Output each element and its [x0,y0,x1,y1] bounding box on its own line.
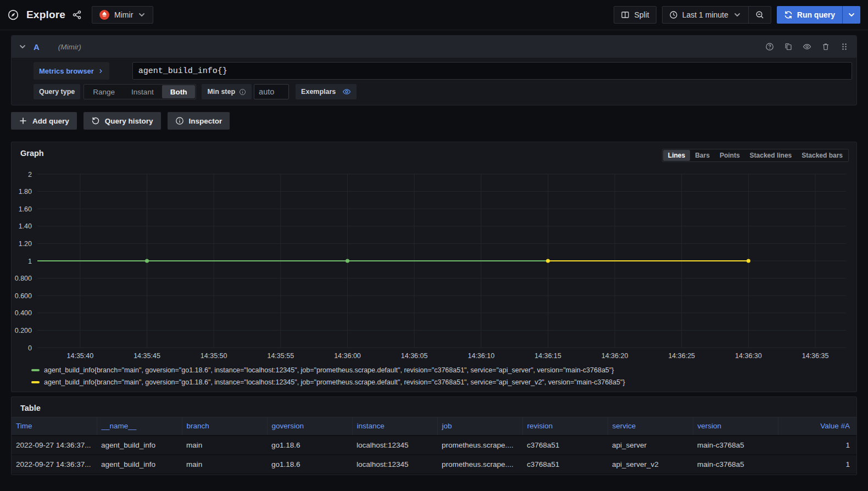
explore-compass-icon[interactable] [8,9,19,20]
table-panel: Table Time__name__branchgoversioninstanc… [11,397,857,475]
exemplars-eye-icon[interactable] [342,87,351,96]
x-axis-tick-label: 14:36:25 [668,352,695,360]
table-cell-branch: main [182,436,267,455]
column-header-revision[interactable]: revision [522,417,608,436]
series-point [747,259,750,263]
zoom-out-button[interactable] [749,7,771,23]
column-header-value-a[interactable]: Value #A [778,417,856,436]
table-cell--name-: agent_build_info [97,436,182,455]
explore-actions: Add query Query history Inspector [11,112,857,130]
datasource-picker[interactable]: Mimir [92,6,153,24]
time-picker-group: Last 1 minute [662,6,771,24]
query-history-button[interactable]: Query history [84,112,161,130]
query-expression-input[interactable] [132,62,852,80]
column-header-version[interactable]: version [693,417,778,436]
column-header-job[interactable]: job [437,417,522,436]
graph-panel: Graph LinesBarsPointsStacked linesStacke… [11,142,857,392]
query-row-header: A (Mimir) [12,36,856,58]
y-axis-tick-label: 1.20 [19,240,32,248]
zoom-out-icon [755,10,764,19]
y-axis-tick-label: 0.600 [15,292,32,300]
query-ref-id: A [34,42,40,52]
info-circle-icon [175,116,184,125]
column-header-goversion[interactable]: goversion [267,417,352,436]
query-type-label: Query type [34,84,80,99]
table-cell-instance: localhost:12345 [352,455,437,474]
legend-label: agent_build_info{branch="main", goversio… [44,366,614,374]
table-body: 2022-09-27 14:36:37...agent_build_infoma… [12,436,856,474]
graph-style-option-stacked-bars[interactable]: Stacked bars [797,150,848,161]
legend-label: agent_build_info{branch="main", goversio… [44,378,625,386]
min-step-label: Min step [207,88,235,96]
query-datasource-hint: (Mimir) [58,43,81,51]
legend-item-1[interactable]: agent_build_info{branch="main", goversio… [31,364,856,376]
min-step-group: Min step [202,84,252,99]
query-editor-panel: A (Mimir) Metrics browser [11,35,857,105]
eye-icon[interactable] [803,42,811,51]
table-cell-job: prometheus.scrape.... [437,455,522,474]
share-icon[interactable] [72,10,82,20]
graph-canvas[interactable]: 21.801.601.401.2010.8000.6000.4000.20001… [12,162,856,361]
run-query-caret-button[interactable] [842,6,860,24]
series-point [145,259,149,263]
x-axis-tick-label: 14:35:40 [67,352,94,360]
chevron-down-icon [137,10,146,19]
column-header--name-[interactable]: __name__ [97,417,182,436]
graph-style-option-points[interactable]: Points [715,150,745,161]
x-axis-tick-label: 14:36:35 [802,352,829,360]
y-axis-tick-label: 1.80 [19,188,32,196]
split-icon [621,10,630,19]
min-step-input[interactable] [254,84,289,99]
legend-item-2[interactable]: agent_build_info{branch="main", goversio… [31,376,856,388]
query-type-option-range[interactable]: Range [85,85,123,98]
table-cell-goversion: go1.18.6 [267,455,352,474]
time-range-button[interactable]: Last 1 minute [663,7,748,23]
column-header-branch[interactable]: branch [182,417,267,436]
run-query-split-button: Run query [777,6,860,24]
query-type-option-instant[interactable]: Instant [123,85,162,98]
x-axis-tick-label: 14:36:30 [735,352,762,360]
exemplars-group: Exemplars [296,84,357,99]
table-cell-revision: c3768a51 [522,436,608,455]
history-icon [91,116,100,125]
collapse-chevron-icon[interactable] [18,42,27,51]
split-button[interactable]: Split [614,6,656,24]
table-cell-instance: localhost:12345 [352,436,437,455]
graph-style-option-stacked-lines[interactable]: Stacked lines [745,150,797,161]
clock-icon [669,10,678,19]
column-header-time[interactable]: Time [12,417,97,436]
column-header-service[interactable]: service [608,417,693,436]
help-circle-icon[interactable] [765,42,774,51]
table-cell-value-a: 1 [778,455,856,474]
graph-style-option-lines[interactable]: Lines [663,150,690,161]
sync-icon [784,10,793,19]
table-row: 2022-09-27 14:36:37...agent_build_infoma… [12,455,856,474]
inspector-button[interactable]: Inspector [168,112,230,130]
query-type-option-both[interactable]: Both [162,85,196,98]
table-cell-time: 2022-09-27 14:36:37... [12,455,97,474]
run-query-button[interactable]: Run query [777,6,842,24]
grip-icon[interactable] [840,42,849,51]
graph-style-option-bars[interactable]: Bars [690,150,715,161]
graph-style-toggle: LinesBarsPointsStacked linesStacked bars [662,149,849,162]
metrics-browser-label: Metrics browser [39,67,94,75]
graph-panel-title: Graph [20,149,44,158]
trash-icon[interactable] [821,42,830,51]
y-axis-tick-label: 2 [28,171,32,178]
info-circle-icon[interactable] [239,88,246,96]
x-axis-tick-label: 14:36:15 [535,352,561,360]
add-query-label: Add query [32,117,69,125]
y-axis-tick-label: 0.800 [15,275,32,282]
y-axis-tick-label: 1.40 [19,222,32,230]
series-point [346,259,349,263]
x-axis-tick-label: 14:35:55 [267,352,294,360]
table-row: 2022-09-27 14:36:37...agent_build_infoma… [12,436,856,455]
chevron-down-icon [733,10,742,19]
table-header-row: Time__name__branchgoversioninstancejobre… [12,417,856,436]
metrics-browser-button[interactable]: Metrics browser [34,62,109,80]
mimir-flame-icon [99,9,110,20]
copy-icon[interactable] [784,42,793,51]
table-cell-branch: main [182,455,267,474]
column-header-instance[interactable]: instance [352,417,437,436]
add-query-button[interactable]: Add query [11,112,77,130]
